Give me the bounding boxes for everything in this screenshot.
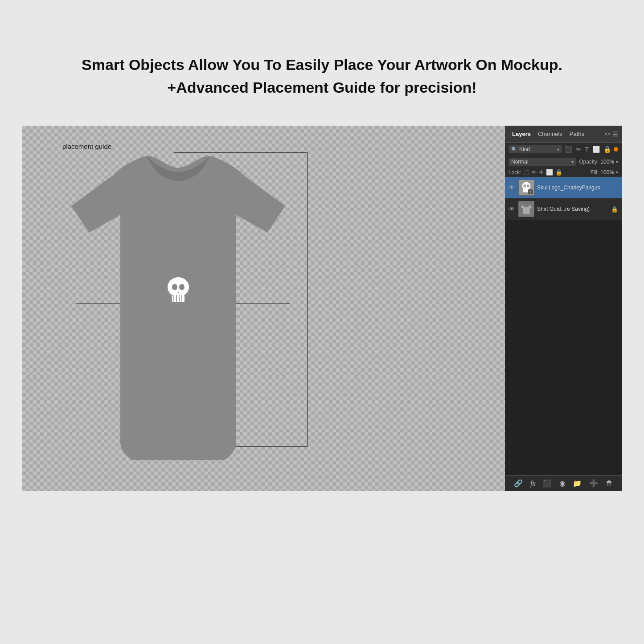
link-icon[interactable]: 🔗 xyxy=(514,479,523,488)
tab-paths[interactable]: Paths xyxy=(566,129,588,139)
svg-point-2 xyxy=(172,284,177,290)
fill-value: 100% xyxy=(600,169,614,176)
layer-visibility-shirt[interactable]: 👁 xyxy=(509,205,516,213)
lock-label: Lock: xyxy=(509,169,521,176)
page-title: Smart Objects Allow You To Easily Place … xyxy=(0,0,644,126)
layer-item-shirt[interactable]: 👁 Shirt Guid...re Saving) 🔒 xyxy=(505,198,622,220)
tshirt-image xyxy=(49,139,308,478)
lock-move-icon[interactable]: ✛ xyxy=(539,169,544,176)
fill-arrow: ▾ xyxy=(616,170,618,175)
lock-pixels-icon[interactable]: ⬚ xyxy=(524,169,529,176)
filter-icons-row: ⬛ ✏ T ⬜ 🔒 xyxy=(564,145,618,154)
filter-pixel-icon[interactable]: ⬛ xyxy=(564,145,573,154)
filter-type-icon[interactable]: T xyxy=(584,145,590,154)
opacity-arrow: ▾ xyxy=(616,160,618,164)
search-box[interactable]: 🔍 Kind ▾ xyxy=(509,145,562,153)
filter-active-dot[interactable] xyxy=(614,147,618,152)
delete-layer-icon[interactable]: 🗑 xyxy=(606,480,613,488)
layer-thumbnail-skull: s xyxy=(518,180,534,196)
layer-name-shirt: Shirt Guid...re Saving) xyxy=(537,206,608,212)
lock-fill-row: Lock: ⬚ ✏ ✛ ⬜ 🔒 Fill: 100% ▾ xyxy=(505,168,622,177)
canvas-area: placement guide xyxy=(22,126,505,491)
layer-thumbnail-shirt xyxy=(518,201,534,217)
layer-lock-shirt: 🔒 xyxy=(611,206,618,213)
layer-name-skull: SkullLogo_CharleyPangus xyxy=(537,185,618,191)
layer-visibility-skull[interactable]: 👁 xyxy=(509,184,516,191)
opacity-control[interactable]: Opacity: 100% ▾ xyxy=(579,159,618,165)
blend-mode-dropdown[interactable]: Normal ▾ xyxy=(509,158,576,166)
opacity-label: Opacity: xyxy=(579,159,599,165)
search-dropdown-arrow[interactable]: ▾ xyxy=(557,147,559,152)
adjustment-icon[interactable]: ◉ xyxy=(559,479,566,488)
svg-point-0 xyxy=(168,277,189,297)
svg-point-11 xyxy=(523,185,526,188)
lock-artboard-icon[interactable]: ⬜ xyxy=(546,169,553,176)
effects-icon[interactable]: fx xyxy=(530,480,536,488)
lock-all-icon[interactable]: 🔒 xyxy=(555,169,562,176)
tab-layers[interactable]: Layers xyxy=(509,129,534,139)
filter-adjust-icon[interactable]: ✏ xyxy=(575,145,582,154)
layer-item-skull[interactable]: 👁 s SkullLogo_CharleyPangus xyxy=(505,177,622,198)
fill-label: Fill: xyxy=(591,169,599,176)
svg-text:s: s xyxy=(530,190,532,194)
layers-empty-space xyxy=(505,220,622,475)
svg-point-3 xyxy=(179,284,185,290)
tshirt-svg xyxy=(49,139,308,478)
lock-draw-icon[interactable]: ✏ xyxy=(532,169,537,176)
skull-logo xyxy=(160,273,196,308)
layers-panel: Layers Channels Paths >> ☰ 🔍 Kind ▾ ⬛ ✏ … xyxy=(505,126,622,491)
search-icon: 🔍 xyxy=(511,147,517,152)
search-kind-label: Kind xyxy=(519,146,530,152)
filter-shape-icon[interactable]: ⬜ xyxy=(591,145,601,154)
layers-search-row: 🔍 Kind ▾ ⬛ ✏ T ⬜ 🔒 xyxy=(505,143,622,156)
layers-tabs: Layers Channels Paths >> ☰ xyxy=(505,126,622,143)
opacity-value: 100% xyxy=(600,159,614,165)
group-icon[interactable]: 📁 xyxy=(573,479,582,488)
tab-channels[interactable]: Channels xyxy=(534,129,566,139)
add-mask-icon[interactable]: ⬛ xyxy=(543,479,552,488)
svg-point-12 xyxy=(527,185,529,188)
lock-icons: ⬚ ✏ ✛ ⬜ 🔒 xyxy=(524,169,562,176)
blend-mode-label: Normal xyxy=(511,159,529,165)
page-wrapper: Smart Objects Allow You To Easily Place … xyxy=(0,0,644,491)
blend-opacity-row: Normal ▾ Opacity: 100% ▾ xyxy=(505,156,622,168)
add-layer-icon[interactable]: ➕ xyxy=(589,479,598,488)
layers-panel-menu-icon[interactable]: ☰ xyxy=(612,131,618,138)
fill-control[interactable]: Fill: 100% ▾ xyxy=(591,169,618,176)
main-area: placement guide xyxy=(22,126,622,491)
filter-smart-icon[interactable]: 🔒 xyxy=(603,145,612,154)
layers-tab-more[interactable]: >> xyxy=(604,131,611,137)
layers-bottom-toolbar: 🔗 fx ⬛ ◉ 📁 ➕ 🗑 xyxy=(505,475,622,491)
blend-mode-arrow: ▾ xyxy=(571,160,574,164)
